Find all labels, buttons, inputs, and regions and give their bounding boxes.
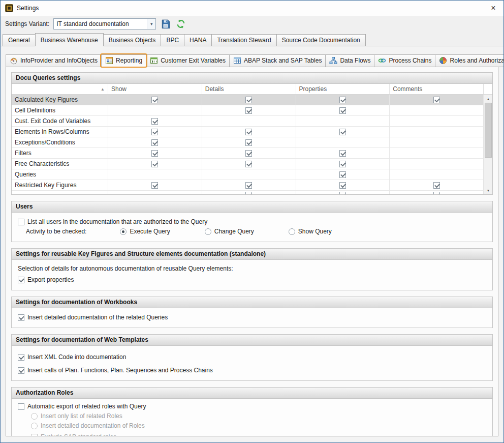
show-cell[interactable] (108, 159, 202, 169)
properties-checkbox[interactable] (339, 129, 346, 135)
details-cell[interactable] (202, 180, 296, 190)
radio-circle[interactable] (31, 423, 38, 429)
properties-cell[interactable] (296, 169, 390, 180)
table-row[interactable]: Cust. Exit Code of Variables (12, 116, 484, 127)
change-query-radio[interactable]: Change Query (205, 228, 254, 235)
subtab-infoprovider-and-infoobjects[interactable]: InfoProvider and InfoObjects (6, 54, 102, 67)
show-cell[interactable] (108, 148, 202, 158)
show-cell[interactable] (108, 137, 202, 147)
details-cell[interactable] (202, 105, 296, 115)
properties-checkbox[interactable] (339, 182, 346, 189)
exclude-sap-roles-checkbox[interactable]: Exclude SAP standard roles (31, 433, 486, 436)
insert-roles-docs-radio[interactable]: Insert detailed documentation of Roles (31, 422, 486, 429)
details-checkbox[interactable] (245, 107, 252, 114)
show-checkbox[interactable] (151, 161, 158, 167)
show-checkbox[interactable] (151, 129, 158, 135)
details-cell[interactable] (202, 116, 296, 126)
tab-bpc[interactable]: BPC (161, 34, 184, 46)
comments-cell[interactable] (390, 169, 484, 180)
show-cell[interactable] (108, 116, 202, 126)
insert-xml-checkbox[interactable]: Insert XML Code into documentation (18, 353, 486, 361)
tab-translation-steward[interactable]: Translation Steward (211, 34, 276, 46)
details-cell[interactable] (202, 148, 296, 158)
details-cell[interactable] (202, 137, 296, 147)
properties-checkbox[interactable] (339, 192, 346, 194)
subtab-data-flows[interactable]: Data Flows (325, 54, 374, 67)
table-scrollbar[interactable]: ▲ ▼ (484, 84, 492, 194)
table-row[interactable]: Calculated Key Figures (12, 95, 484, 105)
details-cell[interactable] (202, 95, 296, 105)
scroll-thumb[interactable] (485, 103, 492, 158)
tab-general[interactable]: General (3, 34, 36, 46)
properties-cell[interactable] (296, 148, 390, 158)
show-query-radio[interactable]: Show Query (289, 228, 332, 235)
details-checkbox[interactable] (245, 161, 252, 167)
properties-cell[interactable] (296, 191, 390, 194)
comments-cell[interactable] (390, 105, 484, 115)
insert-detailed-docs-checkbox[interactable]: Insert detailed documentation of the rel… (18, 314, 486, 321)
show-cell[interactable] (108, 180, 202, 190)
execute-query-radio[interactable]: Execute Query (120, 228, 170, 235)
checkbox-box[interactable] (18, 219, 24, 225)
insert-roles-list-radio[interactable]: Insert only list of related Roles (31, 412, 486, 420)
export-properties-checkbox[interactable]: Export properties (18, 276, 486, 283)
scroll-track[interactable] (484, 158, 492, 186)
properties-cell[interactable] (296, 95, 390, 105)
list-all-users-checkbox[interactable]: List all users in the documentation that… (18, 218, 486, 225)
tab-hana[interactable]: HANA (184, 34, 212, 46)
properties-cell[interactable] (296, 116, 390, 126)
comments-cell[interactable] (390, 191, 484, 194)
table-row[interactable]: Elements in Rows/Columns (12, 127, 484, 137)
column-header-name[interactable]: ▲ (12, 84, 108, 94)
table-row[interactable]: Queries (12, 169, 484, 180)
checkbox-box[interactable] (18, 367, 24, 374)
subtab-abap-stack-and-sap-tables[interactable]: ABAP Stack and SAP Tables (229, 54, 326, 67)
comments-cell[interactable] (390, 95, 484, 105)
table-row[interactable]: Free Characteristics (12, 159, 484, 169)
column-header-comments[interactable]: Comments (390, 84, 484, 94)
scroll-up-icon[interactable]: ▲ (484, 95, 492, 103)
scroll-down-icon[interactable]: ▼ (484, 186, 492, 194)
radio-circle[interactable] (31, 413, 38, 420)
subtab-customer-exit-variables[interactable]: Customer Exit Variables (146, 54, 230, 67)
details-cell[interactable] (202, 127, 296, 137)
details-checkbox[interactable] (245, 150, 252, 157)
table-row[interactable]: Restricted Key Figures (12, 180, 484, 191)
checkbox-box[interactable] (18, 314, 24, 321)
comments-cell[interactable] (390, 127, 484, 137)
tab-business-warehouse[interactable]: Business Warehouse (35, 33, 104, 46)
refresh-button[interactable] (175, 18, 186, 29)
details-checkbox[interactable] (245, 182, 252, 189)
properties-checkbox[interactable] (339, 150, 346, 157)
properties-checkbox[interactable] (339, 107, 346, 114)
details-checkbox[interactable] (245, 97, 252, 103)
show-checkbox[interactable] (151, 139, 158, 146)
insert-plan-calls-checkbox[interactable]: Insert calls of Plan. Functions, Plan. S… (18, 367, 486, 374)
chevron-down-icon[interactable]: ▾ (147, 19, 155, 29)
show-checkbox[interactable] (151, 150, 158, 157)
comments-checkbox[interactable] (433, 182, 440, 189)
details-checkbox[interactable] (245, 192, 252, 194)
details-checkbox[interactable] (245, 139, 252, 146)
close-button[interactable]: × (483, 1, 503, 16)
tab-source-code-documentation[interactable]: Source Code Documentation (276, 34, 366, 46)
details-cell[interactable] (202, 159, 296, 169)
radio-circle[interactable] (120, 228, 127, 235)
details-checkbox[interactable] (245, 129, 252, 135)
show-cell[interactable] (108, 95, 202, 105)
column-header-details[interactable]: Details (202, 84, 296, 94)
comments-cell[interactable] (390, 148, 484, 158)
column-header-show[interactable]: Show (108, 84, 202, 94)
show-cell[interactable] (108, 105, 202, 115)
subtab-process-chains[interactable]: Process Chains (374, 54, 435, 67)
auto-export-roles-checkbox[interactable]: Automatic export of related roles with Q… (18, 403, 486, 410)
radio-circle[interactable] (289, 228, 295, 235)
table-row-clipped[interactable] (12, 191, 484, 194)
properties-cell[interactable] (296, 180, 390, 190)
subtab-reporting[interactable]: Reporting (101, 54, 146, 67)
comments-checkbox[interactable] (433, 192, 440, 194)
checkbox-box[interactable] (18, 354, 24, 361)
show-cell[interactable] (108, 127, 202, 137)
properties-checkbox[interactable] (339, 171, 346, 178)
column-header-properties[interactable]: Properties (296, 84, 390, 94)
